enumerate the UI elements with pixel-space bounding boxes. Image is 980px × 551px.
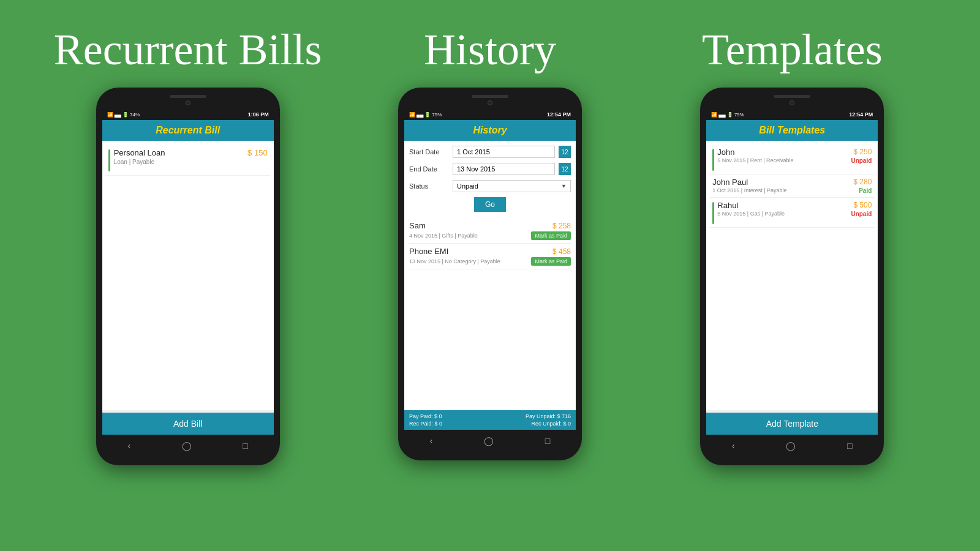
battery-percent-t: 75% xyxy=(734,112,744,118)
nav-back-h[interactable]: ‹ xyxy=(420,435,443,447)
start-date-row: Start Date 1 Oct 2015 12 xyxy=(409,146,571,158)
nav-home-h[interactable]: ◯ xyxy=(474,435,503,447)
select-arrow-icon: ▼ xyxy=(561,183,567,189)
signal-icon-t: ▄▄ xyxy=(718,112,725,118)
template-sub-john: 5 Nov 2015 | Rent | Receivable xyxy=(717,157,793,163)
start-date-label: Start Date xyxy=(409,148,449,156)
status-left-history: 📶 ▄▄ 🔋 75% xyxy=(409,112,442,118)
phone-bottom-nav-recurrent: ‹ ◯ □ xyxy=(102,436,274,455)
battery-percent: 74% xyxy=(130,112,140,118)
app-header-recurrent: Recurrent Bill xyxy=(102,120,274,141)
go-button-container: Go xyxy=(409,197,571,212)
template-status-rahul: Unpaid xyxy=(851,211,872,217)
phone-top-history xyxy=(404,95,576,107)
go-button[interactable]: Go xyxy=(474,197,506,212)
status-time-h: 12:54 PM xyxy=(547,111,571,118)
calendar-icon-start[interactable]: 12 xyxy=(559,146,571,158)
nav-recent-h[interactable]: □ xyxy=(535,435,560,447)
bill-item-left: Personal Loan Loan | Payable xyxy=(108,148,165,171)
status-time-t: 12:54 PM xyxy=(849,111,873,118)
signal-icon: ▄▄ xyxy=(115,112,121,118)
section-title-templates: Templates xyxy=(702,24,883,75)
battery-icon-t: 🔋 xyxy=(727,112,733,118)
app-screen-recurrent: Recurrent Bill Personal Loan Loan | Paya… xyxy=(102,120,274,435)
start-date-input[interactable]: 1 Oct 2015 xyxy=(453,146,555,158)
wifi-icon: 📶 xyxy=(107,112,113,118)
status-value: Unpaid xyxy=(457,182,561,190)
template-item-john[interactable]: John 5 Nov 2015 | Rent | Receivable $ 25… xyxy=(710,144,874,174)
wifi-icon-h: 📶 xyxy=(409,112,415,118)
template-item-johnpaul[interactable]: John Paul 1 Oct 2015 | Interest | Payabl… xyxy=(710,174,874,198)
nav-back[interactable]: ‹ xyxy=(118,440,140,452)
nav-recent-t[interactable]: □ xyxy=(837,440,862,452)
phone-speaker xyxy=(170,95,206,98)
history-item-phoneemi-sub: 13 Nov 2015 | No Category | Payable xyxy=(409,258,500,264)
nav-recent[interactable]: □ xyxy=(233,440,257,452)
phone-bottom-nav-templates: ‹ ◯ □ xyxy=(706,436,878,455)
pay-paid: Pay Paid: $ 0 xyxy=(409,413,442,419)
footer-left-col: Pay Paid: $ 0 Rec Paid: $ 0 xyxy=(409,413,442,427)
template-status-john: Unpaid xyxy=(851,157,872,164)
mark-paid-button-phoneemi[interactable]: Mark as Paid xyxy=(531,257,571,266)
template-status-johnpaul: Paid xyxy=(859,187,872,194)
template-left-johnpaul: John Paul 1 Oct 2015 | Interest | Payabl… xyxy=(712,178,786,193)
history-item-phoneemi[interactable]: Phone EMI $ 458 13 Nov 2015 | No Categor… xyxy=(409,244,571,269)
status-row: Status Unpaid ▼ xyxy=(409,180,571,192)
section-recurrent-bills: Recurrent Bills 📶 ▄▄ 🔋 74% 1:06 PM Recur… xyxy=(37,24,339,465)
status-left-templates: 📶 ▄▄ 🔋 75% xyxy=(711,112,744,118)
bill-indicator-rahul xyxy=(712,202,714,224)
app-content-recurrent: Personal Loan Loan | Payable $ 150 xyxy=(102,141,274,410)
phone-top-recurrent xyxy=(102,95,274,107)
template-item-rahul-top: Rahul 5 Nov 2015 | Gas | Payable $ 500 U… xyxy=(712,201,872,224)
nav-back-t[interactable]: ‹ xyxy=(722,440,745,452)
section-templates: Templates 📶 ▄▄ 🔋 75% 12:54 PM Bill Templ… xyxy=(641,24,943,465)
status-left: 📶 ▄▄ 🔋 74% xyxy=(107,112,140,118)
app-header-templates: Bill Templates xyxy=(706,120,878,141)
mark-paid-button-sam[interactable]: Mark as Paid xyxy=(531,231,571,240)
rec-paid: Rec Paid: $ 0 xyxy=(409,421,442,427)
add-template-button[interactable]: Add Template xyxy=(706,413,878,435)
history-item-phoneemi-bottom: 13 Nov 2015 | No Category | Payable Mark… xyxy=(409,256,571,266)
bill-item-personal-loan[interactable]: Personal Loan Loan | Payable $ 150 xyxy=(106,144,270,176)
history-item-phoneemi-amount: $ 458 xyxy=(552,247,571,256)
section-title-history: History xyxy=(424,24,556,75)
signal-icon-h: ▄▄ xyxy=(417,112,423,118)
template-left-john: John 5 Nov 2015 | Rent | Receivable xyxy=(712,148,793,171)
template-name-johnpaul: John Paul xyxy=(712,178,786,187)
bill-indicator xyxy=(108,149,110,171)
status-select-container[interactable]: Unpaid ▼ xyxy=(453,180,571,192)
nav-home[interactable]: ◯ xyxy=(172,440,202,452)
template-name-rahul: Rahul xyxy=(717,201,785,210)
phone-camera xyxy=(186,100,190,105)
template-amount-john: $ 250 xyxy=(853,148,872,156)
phone-top-templates xyxy=(706,95,878,107)
template-sub-rahul: 5 Nov 2015 | Gas | Payable xyxy=(717,211,785,217)
template-item-rahul[interactable]: Rahul 5 Nov 2015 | Gas | Payable $ 500 U… xyxy=(710,198,874,228)
add-bill-button[interactable]: Add Bill xyxy=(102,413,274,435)
footer-right-col: Pay Unpaid: $ 716 Rec Unpaid: $ 0 xyxy=(526,413,571,427)
template-amount-rahul: $ 500 xyxy=(853,201,872,209)
app-header-title-recurrent: Recurrent Bill xyxy=(108,125,268,136)
status-time: 1:06 PM xyxy=(248,111,269,118)
phone-speaker-history xyxy=(472,95,508,98)
history-item-sam-amount: $ 258 xyxy=(552,222,571,230)
phone-camera-templates xyxy=(790,100,794,105)
app-header-title-history: History xyxy=(410,125,570,136)
phone-history: 📶 ▄▄ 🔋 75% 12:54 PM History Start Date 1… xyxy=(398,88,582,460)
battery-percent-h: 75% xyxy=(432,112,442,118)
end-date-input[interactable]: 13 Nov 2015 xyxy=(453,163,555,175)
history-item-sam[interactable]: Sam $ 258 4 Nov 2015 | Gifts | Payable M… xyxy=(409,218,571,244)
phone-recurrent: 📶 ▄▄ 🔋 74% 1:06 PM Recurrent Bill xyxy=(96,88,280,465)
template-right-rahul: $ 500 Unpaid xyxy=(851,201,872,217)
template-right-johnpaul: $ 280 Paid xyxy=(853,178,872,194)
app-header-title-templates: Bill Templates xyxy=(712,125,872,136)
nav-home-t[interactable]: ◯ xyxy=(776,440,805,452)
app-header-history: History xyxy=(404,120,576,141)
status-label: Status xyxy=(409,182,449,190)
history-item-sam-name: Sam xyxy=(409,221,426,230)
history-item-phoneemi-top: Phone EMI $ 458 xyxy=(409,247,571,256)
page-container: Recurrent Bills 📶 ▄▄ 🔋 74% 1:06 PM Recur… xyxy=(0,0,980,551)
rec-unpaid: Rec Unpaid: $ 0 xyxy=(531,421,571,427)
calendar-icon-end[interactable]: 12 xyxy=(559,163,571,175)
wifi-icon-t: 📶 xyxy=(711,112,717,118)
